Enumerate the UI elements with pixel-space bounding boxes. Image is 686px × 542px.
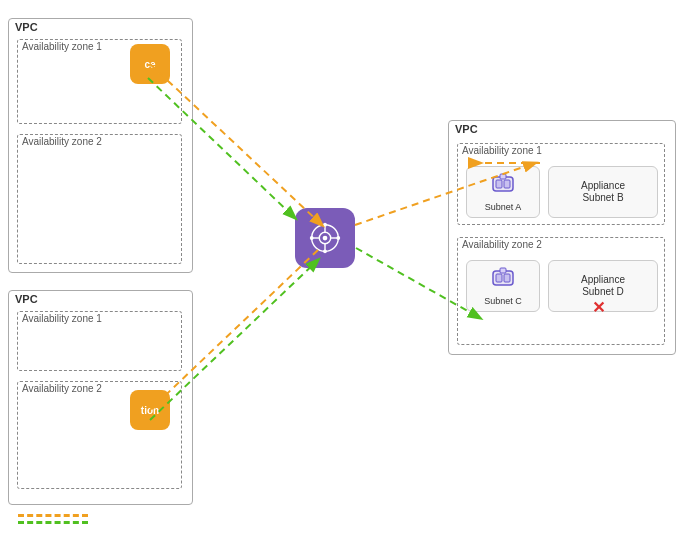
- hub-gateway-icon: [295, 208, 355, 268]
- svg-rect-6: [504, 274, 510, 282]
- svg-point-17: [310, 236, 314, 240]
- subnet-a-icon: [491, 171, 515, 200]
- vpc-left-1-az2-label: Availability zone 2: [18, 135, 181, 148]
- subnet-a-label: Subnet A: [485, 202, 522, 213]
- source-icon-2: tion: [130, 390, 170, 430]
- svg-rect-3: [500, 174, 506, 179]
- legend: [18, 514, 88, 524]
- subnet-b: ApplianceSubnet B: [548, 166, 658, 218]
- vpc-right-az1: Availability zone 1 Subnet A ApplianceSu…: [457, 143, 665, 225]
- subnet-c: Subnet C: [466, 260, 540, 312]
- legend-line-green: [18, 521, 88, 524]
- svg-rect-5: [496, 274, 502, 282]
- vpc-right: VPC Availability zone 1 Subnet A Applian…: [448, 120, 676, 355]
- error-mark: ✕: [592, 298, 605, 317]
- diagram-container: VPC Availability zone 1 Availability zon…: [0, 0, 686, 542]
- legend-item-green: [18, 521, 88, 524]
- subnet-c-icon: [491, 265, 515, 294]
- vpc-left-2-label: VPC: [9, 291, 192, 307]
- legend-line-orange: [18, 514, 88, 517]
- subnet-b-label: ApplianceSubnet B: [581, 180, 625, 204]
- subnet-c-label: Subnet C: [484, 296, 522, 307]
- source-1-label: ce: [144, 59, 155, 70]
- svg-rect-1: [496, 180, 502, 188]
- source-2-label: tion: [141, 405, 159, 416]
- svg-point-15: [323, 223, 327, 227]
- subnet-a: Subnet A: [466, 166, 540, 218]
- svg-point-18: [336, 236, 340, 240]
- svg-rect-7: [500, 268, 506, 273]
- source-icon-1: ce: [130, 44, 170, 84]
- vpc-left-2-az1-label: Availability zone 1: [18, 312, 181, 325]
- svg-rect-2: [504, 180, 510, 188]
- vpc-left-1-az2: Availability zone 2: [17, 134, 182, 264]
- legend-item-orange: [18, 514, 88, 517]
- svg-point-10: [323, 236, 328, 241]
- vpc-right-label: VPC: [449, 121, 675, 137]
- svg-point-16: [323, 249, 327, 253]
- vpc-right-az2: Availability zone 2 Subnet C ApplianceSu…: [457, 237, 665, 345]
- vpc-left-1-label: VPC: [9, 19, 192, 35]
- vpc-right-az1-label: Availability zone 1: [458, 144, 664, 157]
- vpc-left-2-az1: Availability zone 1: [17, 311, 182, 371]
- subnet-d-label: ApplianceSubnet D: [581, 274, 625, 298]
- vpc-right-az2-label: Availability zone 2: [458, 238, 664, 251]
